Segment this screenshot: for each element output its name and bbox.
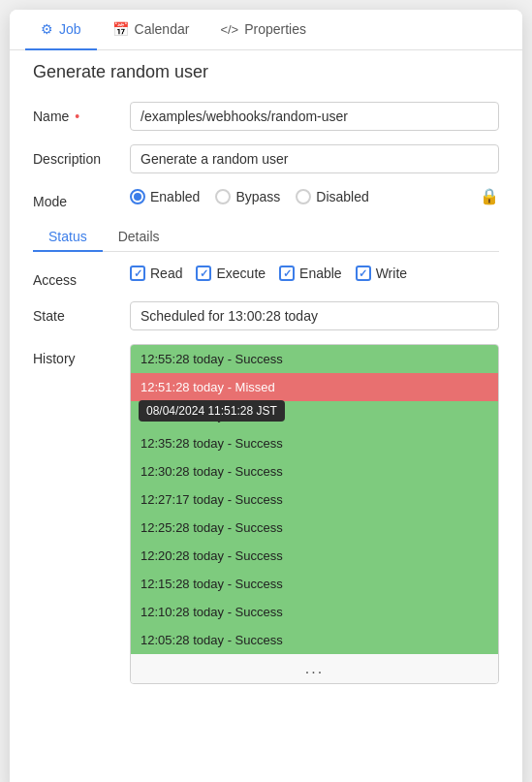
access-label: Access bbox=[33, 266, 130, 288]
checkbox-read: ✓ bbox=[130, 266, 145, 281]
history-more[interactable]: ... bbox=[131, 654, 498, 683]
history-item-1[interactable]: 12:51:28 today - Missed 08/04/2024 11:51… bbox=[131, 373, 498, 401]
mode-options: Enabled Bypass Disabled 🔒 bbox=[130, 187, 499, 205]
calendar-icon: 📅 bbox=[112, 21, 129, 37]
state-row: State Scheduled for 13:00:28 today bbox=[33, 301, 499, 330]
page-title: Generate random user bbox=[10, 50, 522, 86]
access-write[interactable]: ✓ Write bbox=[356, 266, 407, 281]
history-tooltip: 08/04/2024 11:51:28 JST bbox=[139, 400, 285, 422]
window: ⚙ Job 📅 Calendar </> Properties Generate… bbox=[10, 10, 522, 782]
mode-disabled[interactable]: Disabled bbox=[296, 189, 368, 204]
history-row: History 12:55:28 today - Success 12:51:2… bbox=[33, 344, 499, 684]
name-label: Name • bbox=[33, 102, 130, 124]
tab-bar: ⚙ Job 📅 Calendar </> Properties bbox=[10, 10, 522, 50]
history-item-0[interactable]: 12:55:28 today - Success bbox=[131, 345, 498, 373]
history-item-8[interactable]: 12:15:28 today - Success bbox=[131, 570, 498, 598]
history-item-3[interactable]: 12:35:28 today - Success bbox=[131, 429, 498, 457]
access-execute[interactable]: ✓ Execute bbox=[196, 266, 266, 281]
access-read-label: Read bbox=[150, 266, 182, 281]
access-row: Access ✓ Read ✓ Execute ✓ Enable ✓ Write bbox=[33, 266, 499, 288]
history-item-9[interactable]: 12:10:28 today - Success bbox=[131, 598, 498, 626]
description-input[interactable] bbox=[130, 144, 499, 173]
tab-calendar-label: Calendar bbox=[135, 21, 190, 37]
tab-properties[interactable]: </> Properties bbox=[204, 10, 322, 50]
history-item-4[interactable]: 12:30:28 today - Success bbox=[131, 457, 498, 485]
access-read[interactable]: ✓ Read bbox=[130, 266, 182, 281]
mode-label: Mode bbox=[33, 187, 130, 209]
sub-tab-status[interactable]: Status bbox=[33, 223, 103, 252]
mode-enabled[interactable]: Enabled bbox=[130, 189, 200, 204]
name-input[interactable] bbox=[130, 102, 499, 131]
mode-bypass[interactable]: Bypass bbox=[215, 189, 280, 204]
radio-bypass-circle bbox=[215, 189, 231, 204]
mode-disabled-label: Disabled bbox=[316, 189, 368, 204]
access-enable-label: Enable bbox=[299, 266, 342, 281]
mode-row: Mode Enabled Bypass Disabled 🔒 bbox=[33, 187, 499, 209]
code-icon: </> bbox=[220, 22, 238, 37]
history-item-6[interactable]: 12:25:28 today - Success bbox=[131, 514, 498, 542]
mode-enabled-label: Enabled bbox=[150, 189, 200, 204]
mode-bypass-label: Bypass bbox=[235, 189, 280, 204]
tab-properties-label: Properties bbox=[244, 21, 306, 37]
required-indicator: • bbox=[71, 109, 79, 124]
checkbox-write: ✓ bbox=[356, 266, 371, 281]
checkbox-enable: ✓ bbox=[279, 266, 295, 281]
tab-job-label: Job bbox=[59, 21, 81, 37]
tab-job[interactable]: ⚙ Job bbox=[25, 10, 97, 50]
gear-icon: ⚙ bbox=[41, 21, 53, 37]
description-label: Description bbox=[33, 144, 130, 167]
history-item-7[interactable]: 12:20:28 today - Success bbox=[131, 542, 498, 570]
tab-calendar[interactable]: 📅 Calendar bbox=[97, 10, 205, 50]
access-enable[interactable]: ✓ Enable bbox=[279, 266, 342, 281]
checkbox-execute: ✓ bbox=[196, 266, 211, 281]
state-value: Scheduled for 13:00:28 today bbox=[130, 301, 499, 330]
history-label: History bbox=[33, 344, 130, 366]
history-item-5[interactable]: 12:27:17 today - Success bbox=[131, 485, 498, 514]
history-list: 12:55:28 today - Success 12:51:28 today … bbox=[130, 344, 499, 684]
sub-tab-details[interactable]: Details bbox=[103, 223, 175, 252]
state-label: State bbox=[33, 301, 130, 324]
sub-tab-bar: Status Details bbox=[33, 223, 499, 252]
history-item-10[interactable]: 12:05:28 today - Success bbox=[131, 626, 498, 654]
lock-icon: 🔒 bbox=[480, 187, 499, 205]
access-execute-label: Execute bbox=[216, 266, 266, 281]
form-area: Name • Description Mode Enabled Bypass bbox=[10, 86, 522, 713]
description-row: Description bbox=[33, 144, 499, 173]
access-write-label: Write bbox=[376, 266, 407, 281]
radio-enabled-circle bbox=[130, 189, 145, 204]
access-options: ✓ Read ✓ Execute ✓ Enable ✓ Write bbox=[130, 266, 499, 281]
radio-disabled-circle bbox=[296, 189, 311, 204]
name-row: Name • bbox=[33, 102, 499, 131]
